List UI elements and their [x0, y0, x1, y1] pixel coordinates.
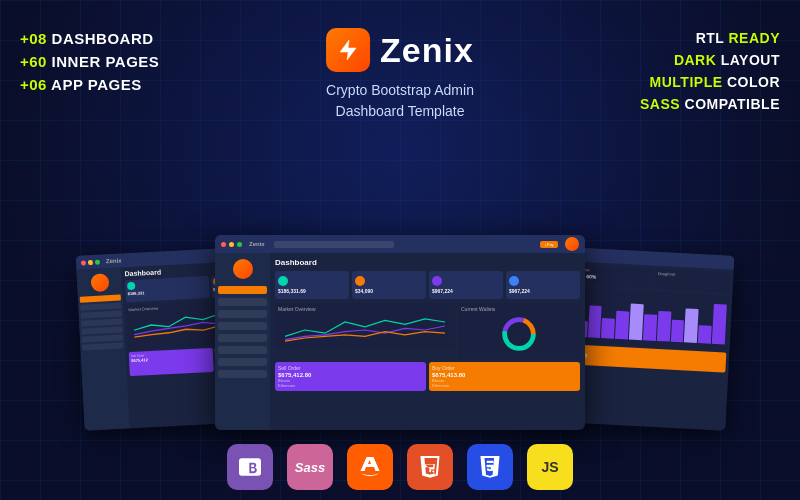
logo-text: Zenix [380, 31, 474, 70]
stat-app-pages: +06 APP PAGES [20, 76, 159, 93]
feature-sass: SASS COMPATIBLE [640, 96, 780, 112]
css3-icon [467, 444, 513, 490]
tagline: Crypto Bootstrap Admin Dashboard Templat… [326, 80, 474, 122]
astro-icon [347, 444, 393, 490]
screenshot-main: Zenix +Pay Dashboard [215, 235, 585, 430]
logo-row: Zenix [326, 28, 474, 72]
left-stats: +08 DASHBOARD +60 INNER PAGES +06 APP PA… [20, 30, 159, 93]
feature-dark: DARK LAYOUT [640, 52, 780, 68]
right-features: RTL READY DARK LAYOUT MULTIPLE COLOR SAS… [640, 30, 780, 112]
stat-inner-pages: +60 INNER PAGES [20, 53, 159, 70]
tech-icons-row: Sass JS [227, 444, 573, 490]
feature-rtl: RTL READY [640, 30, 780, 46]
feature-color: MULTIPLE COLOR [640, 74, 780, 90]
logo-icon [326, 28, 370, 72]
js-icon: JS [527, 444, 573, 490]
stat-dashboard: +08 DASHBOARD [20, 30, 159, 47]
bootstrap-icon [227, 444, 273, 490]
sass-icon: Sass [287, 444, 333, 490]
screenshots-area: Zenix Dashboard $186,331 [110, 235, 690, 435]
html5-icon [407, 444, 453, 490]
center-header: Zenix Crypto Bootstrap Admin Dashboard T… [326, 28, 474, 122]
